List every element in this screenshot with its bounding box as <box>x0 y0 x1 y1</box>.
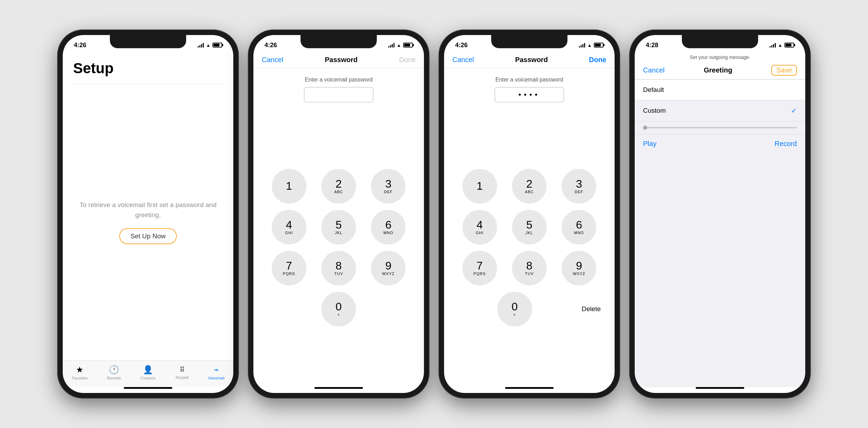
nav-title-3: Password <box>515 56 548 64</box>
key-4[interactable]: 4GHI <box>272 210 306 245</box>
key-2[interactable]: 2ABC <box>321 169 356 204</box>
greeting-options: Default Custom ✓ <box>635 79 805 121</box>
checkmark-icon: ✓ <box>791 106 797 115</box>
password-filled-screen: Cancel Password Done Enter a voicemail p… <box>444 53 615 393</box>
key-4-3[interactable]: 4GHI <box>462 210 497 245</box>
greeting-subtitle: Set your outgoing message. <box>635 53 805 63</box>
nav-title: Password <box>325 56 357 64</box>
notch-4 <box>682 35 758 48</box>
key-8[interactable]: 8TUV <box>321 251 356 285</box>
cancel-button[interactable]: Cancel <box>262 56 283 64</box>
key-1-3[interactable]: 1 <box>462 169 497 204</box>
progress-track[interactable] <box>643 127 797 128</box>
password-input[interactable] <box>304 87 373 102</box>
favorites-icon: ★ <box>76 365 84 375</box>
battery-icon-4 <box>784 43 794 48</box>
key-7-3[interactable]: 7PQRS <box>462 251 497 285</box>
nav-bar: Cancel Password Done <box>253 53 424 68</box>
status-icons-3: ▲ <box>579 43 604 48</box>
tab-recents[interactable]: 🕐 Recents <box>97 365 131 380</box>
home-indicator-3 <box>505 387 554 389</box>
signal-icon <box>198 43 204 48</box>
phone-greeting: 4:28 ▲ Set your outgoing message. Cancel… <box>630 30 810 398</box>
keypad-3: 1 2ABC 3DEF 4GHI 5JKL 6MNO 7PQRS 8TUV 9W… <box>444 108 615 387</box>
key-6[interactable]: 6MNO <box>371 210 406 245</box>
greeting-option-custom[interactable]: Custom ✓ <box>635 100 805 121</box>
signal-icon-4 <box>770 43 776 48</box>
password-label-3: Enter a voicemail password <box>495 77 563 83</box>
greeting-cancel-button[interactable]: Cancel <box>643 66 665 74</box>
greeting-empty-space <box>635 153 805 387</box>
key-0[interactable]: 0+ <box>321 292 356 326</box>
key-1[interactable]: 1 <box>272 169 306 204</box>
notch-3 <box>491 35 567 48</box>
home-indicator-4 <box>696 387 744 389</box>
status-time-3: 4:26 <box>455 42 468 49</box>
cancel-button-3[interactable]: Cancel <box>452 56 474 64</box>
password-screen: Cancel Password Done Enter a voicemail p… <box>253 53 424 393</box>
key-5-3[interactable]: 5JKL <box>512 210 547 245</box>
done-button[interactable]: Done <box>399 56 416 64</box>
phone-setup: 4:26 ▲ Setup <box>58 30 238 398</box>
done-button-3[interactable]: Done <box>589 56 606 64</box>
key-9[interactable]: 9WXYZ <box>371 251 406 285</box>
contacts-icon: 👤 <box>143 365 153 375</box>
tab-favorites[interactable]: ★ Favorites <box>63 365 97 380</box>
key-3-3[interactable]: 3DEF <box>562 169 596 204</box>
wifi-icon: ▲ <box>206 43 210 48</box>
key-0-3[interactable]: 0+ <box>497 292 532 326</box>
key-8-3[interactable]: 8TUV <box>512 251 547 285</box>
phones-container: 4:26 ▲ Setup <box>44 16 824 412</box>
key-9-3[interactable]: 9WXYZ <box>562 251 596 285</box>
status-icons: ▲ <box>198 43 222 48</box>
status-time-4: 4:28 <box>646 42 658 49</box>
set-up-now-button[interactable]: Set Up Now <box>119 228 176 244</box>
tab-voicemail[interactable]: ⌁ Voicemail <box>199 365 233 380</box>
password-section-3: Enter a voicemail password •••• <box>444 68 615 108</box>
status-icons-2: ▲ <box>388 43 413 48</box>
greeting-nav: Cancel Greeting Save <box>635 63 805 79</box>
greeting-option-default[interactable]: Default <box>635 79 805 100</box>
play-record-bar: Play Record <box>635 134 805 153</box>
tab-voicemail-label: Voicemail <box>208 376 224 380</box>
key-7[interactable]: 7PQRS <box>272 251 306 285</box>
progress-area <box>635 121 805 134</box>
signal-icon-3 <box>579 43 585 48</box>
key-3[interactable]: 3DEF <box>371 169 406 204</box>
setup-title: Setup <box>73 60 223 77</box>
password-section: Enter a voicemail password <box>253 68 424 108</box>
phone-password-empty: 4:26 ▲ Cancel Password Done Enter a voic… <box>249 30 429 398</box>
phone-password-filled: 4:26 ▲ Cancel Password Done Enter a voic… <box>439 30 619 398</box>
greeting-save-button[interactable]: Save <box>771 65 797 76</box>
voicemail-icon: ⌁ <box>214 365 219 375</box>
nav-bar-3: Cancel Password Done <box>444 53 615 68</box>
tab-recents-label: Recents <box>107 376 121 380</box>
keypad: 1 2ABC 3DEF 4GHI 5JKL 6MNO 7PQRS 8TUV 9W… <box>253 108 424 387</box>
status-time-2: 4:26 <box>264 42 277 49</box>
setup-screen: Setup To retrieve a voicemail first set … <box>63 53 233 393</box>
setup-body: To retrieve a voicemail first set a pass… <box>73 84 223 360</box>
wifi-icon-3: ▲ <box>587 43 592 48</box>
key-5[interactable]: 5JKL <box>321 210 356 245</box>
signal-icon-2 <box>388 43 394 48</box>
greeting-title: Greeting <box>704 66 732 74</box>
play-button[interactable]: Play <box>643 140 657 148</box>
greeting-screen: Set your outgoing message. Cancel Greeti… <box>635 53 805 393</box>
record-button[interactable]: Record <box>775 140 797 148</box>
home-indicator <box>124 387 172 389</box>
status-time: 4:26 <box>74 42 86 49</box>
password-input-3[interactable]: •••• <box>495 87 564 102</box>
battery-icon-2 <box>403 43 413 48</box>
tab-contacts[interactable]: 👤 Contacts <box>131 365 165 380</box>
battery-icon-3 <box>594 43 604 48</box>
tab-keypad[interactable]: ⠿ Keypad <box>165 366 199 379</box>
greeting-custom-label: Custom <box>643 107 666 114</box>
notch <box>301 35 377 48</box>
key-zero-row: 0+ <box>267 292 410 326</box>
status-icons-4: ▲ <box>770 43 794 48</box>
progress-thumb[interactable] <box>643 126 647 130</box>
key-6-3[interactable]: 6MNO <box>562 210 596 245</box>
key-2-3[interactable]: 2ABC <box>512 169 547 204</box>
delete-button[interactable]: Delete <box>582 305 601 313</box>
battery-icon <box>212 43 222 48</box>
